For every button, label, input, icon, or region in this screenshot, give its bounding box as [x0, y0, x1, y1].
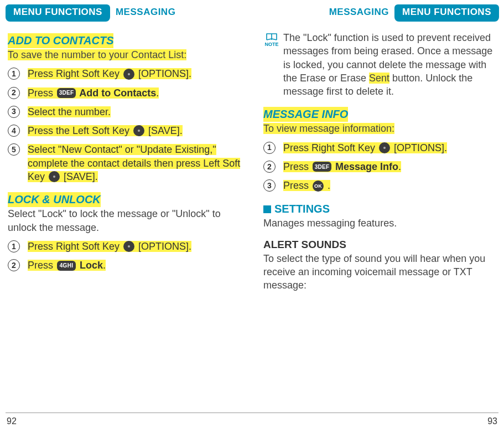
soft-key-dot-icon [133, 125, 144, 136]
step-number-icon: 2 [8, 259, 20, 271]
note-text: The "Lock" function is used to prevent r… [280, 31, 497, 98]
menu-functions-tab-left: MENU FUNCTIONS [6, 4, 110, 22]
messaging-label-left: MESSAGING [110, 4, 181, 22]
key-3def-icon: 3DEF [313, 162, 331, 172]
step-2: 2 Press 4GHI Lock. [8, 259, 241, 272]
message-info-steps: 1 Press Right Soft Key [OPTIONS]. 2 Pres… [263, 141, 497, 193]
alert-sounds-heading: ALERT SOUNDS [263, 238, 497, 252]
message-info-heading: MESSAGE INFO [263, 107, 348, 122]
step-number-icon: 1 [8, 240, 20, 252]
step-number-icon: 3 [263, 179, 276, 192]
header-left: MENU FUNCTIONS MESSAGING [6, 4, 243, 21]
step-number-icon: 3 [8, 106, 20, 118]
key-3def-icon: 3DEF [57, 88, 76, 98]
page-number-left: 92 [7, 415, 17, 427]
note-icon: NOTE [263, 31, 280, 47]
step-5: 5 Select "New Contact" or "Update Existi… [8, 143, 241, 183]
settings-heading: SETTINGS [274, 203, 330, 215]
step-number-icon: 1 [263, 142, 276, 154]
header-right: MESSAGING MENU FUNCTIONS [261, 4, 499, 21]
page-number-right: 93 [487, 415, 497, 427]
step-1: 1 Press Right Soft Key [OPTIONS]. [8, 67, 241, 80]
note-block: NOTE The "Lock" function is used to prev… [263, 31, 497, 98]
step-1: 1 Press Right Soft Key [OPTIONS]. [8, 240, 241, 253]
step-number-icon: 1 [8, 68, 20, 80]
soft-key-dot-icon [379, 142, 390, 153]
lock-unlock-desc: Select "Lock" to lock the message or "Un… [8, 208, 221, 233]
soft-key-dot-icon [123, 241, 134, 252]
key-4ghi-icon: 4GHI [57, 261, 76, 271]
messaging-label-right: MESSAGING [324, 4, 394, 22]
menu-functions-tab-right: MENU FUNCTIONS [394, 4, 499, 22]
lock-unlock-steps: 1 Press Right Soft Key [OPTIONS]. 2 Pres… [8, 240, 241, 272]
message-info-desc: To view message information: [263, 123, 394, 134]
alert-sounds-desc: To select the type of sound you will hea… [263, 253, 485, 291]
step-2: 2 Press 3DEF Add to Contacts. [8, 86, 241, 100]
step-3: 3 Select the number. [8, 105, 241, 118]
soft-key-dot-icon [123, 69, 134, 80]
step-number-icon: 2 [263, 161, 276, 173]
step-3: 3 Press OK . [263, 179, 497, 192]
ok-key-icon: OK [313, 181, 324, 192]
add-to-contacts-steps: 1 Press Right Soft Key [OPTIONS]. 2 Pres… [8, 67, 241, 183]
step-1: 1 Press Right Soft Key [OPTIONS]. [263, 141, 497, 154]
add-to-contacts-heading: ADD TO CONTACTS [8, 33, 113, 48]
step-4: 4 Press the Left Soft Key [SAVE]. [8, 124, 241, 137]
settings-desc: Manages messaging features. [263, 218, 397, 229]
footer-rule [6, 413, 498, 413]
step-2: 2 Press 3DEF Message Info. [263, 160, 497, 173]
lock-unlock-heading: LOCK & UNLOCK [8, 192, 101, 207]
add-to-contacts-desc: To save the number to your Contact List: [8, 49, 186, 60]
step-number-icon: 5 [8, 143, 20, 156]
section-marker-icon [263, 205, 271, 213]
step-number-icon: 2 [8, 87, 20, 99]
step-number-icon: 4 [8, 125, 20, 137]
soft-key-dot-icon [49, 171, 60, 182]
